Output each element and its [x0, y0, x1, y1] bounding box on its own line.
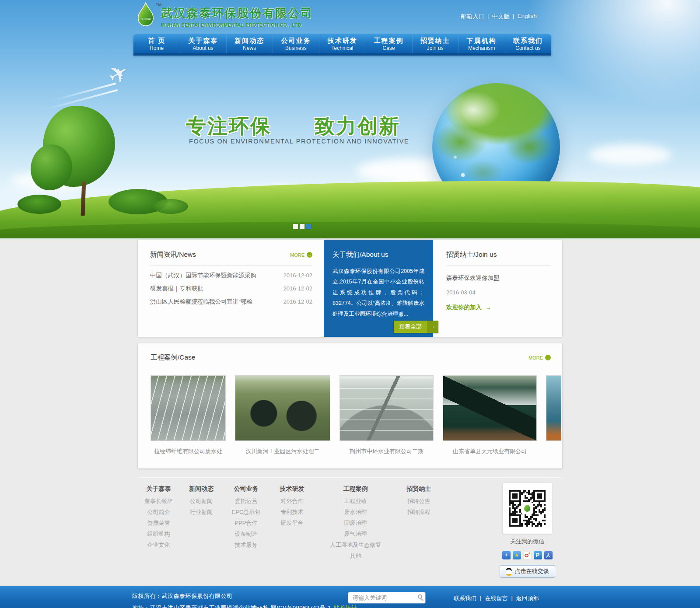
wechat-block: 关注我的微信 + ★ P 人 点击在线交谈 — [492, 483, 562, 578]
case-gallery: 拉经纬纤维有限公司废水处 汉川新河工业园区污水处理二 荆州市中环水业有限公司二期… — [150, 375, 562, 455]
case-photo[interactable] — [340, 375, 434, 441]
top-utility-links: 邮箱入口 | 中文版 | English — [461, 13, 537, 21]
bush — [18, 195, 61, 214]
banner-slogan: 专注环保 致力创新 — [186, 113, 400, 140]
logo-droplet-icon: SENTAI — [136, 2, 157, 28]
case-photo[interactable] — [235, 375, 330, 441]
divider — [446, 265, 551, 266]
qq-penguin-icon — [506, 568, 512, 575]
back-to-top-link[interactable]: 返回顶部 — [516, 594, 539, 602]
case-item-partial[interactable] — [546, 375, 561, 455]
wechat-qr-code — [503, 483, 552, 534]
company-name-cn: 武汉森泰环保股份有限公司 — [161, 5, 313, 21]
more-arrow-icon: → — [545, 355, 551, 360]
message-board-link[interactable]: 在线留言 — [485, 594, 508, 602]
top-sections-panel: 新闻资讯/News MORE → 中国（武汉）国际节能环保暨新能源采购 2016… — [138, 240, 562, 337]
chinese-version-link[interactable]: 中文版 — [492, 13, 510, 21]
share-icon[interactable]: + — [502, 551, 511, 559]
nav-join[interactable]: 招贤纳士 Join us — [412, 34, 458, 53]
join-section-title: 招贤纳士/Join us — [446, 250, 497, 259]
social-icons: + ★ P 人 — [492, 551, 562, 559]
case-item[interactable]: 荆州市中环水业有限公司二期 — [340, 375, 434, 455]
news-item[interactable]: 洪山区人民检察院莅临我公司宣讲“鄂检 2016-12-02 — [150, 295, 312, 308]
join-item-title[interactable]: 森泰环保欢迎你加盟 — [446, 274, 551, 282]
nav-home[interactable]: 首 页 Home — [133, 34, 180, 53]
company-name-en: WUHAN SENTAI ENVIRONMENTAL PROTECTION CO… — [161, 22, 313, 28]
case-item[interactable]: 山东省单县天元纸业有限公司 — [443, 375, 537, 455]
site-header: SENTAI TM 武汉森泰环保股份有限公司 WUHAN SENTAI ENVI… — [0, 0, 700, 34]
qr-center-logo — [522, 503, 533, 514]
view-all-button[interactable]: 查看全部 → — [394, 321, 438, 333]
separator: | — [480, 594, 481, 602]
address-text: 地址：武汉市洪山区青菱都市工业园银湖企业城55栋 鄂ICP备09063742号-… — [132, 604, 357, 608]
slider-dots — [293, 224, 311, 229]
footer-column-business: 公司业务 委托运营 EPC总承包 PPP合作 设备制造 技术服务 — [223, 483, 269, 578]
case-item[interactable]: 拉经纬纤维有限公司废水处 — [150, 375, 226, 455]
contact-us-link[interactable]: 联系我们 — [454, 594, 476, 602]
nav-business[interactable]: 公司业务 Business — [273, 34, 319, 53]
separator: | — [487, 13, 489, 21]
join-us-link[interactable]: 欢迎你的加入 → — [446, 304, 551, 311]
main-nav: 首 页 Home 关于森泰 About us 新闻动态 News 公司业务 Bu… — [133, 34, 551, 56]
svg-text:SENTAI: SENTAI — [141, 17, 151, 21]
case-section: 工程案例/Case MORE → 拉经纬纤维有限公司废水处 汉川新河工业园区污水… — [138, 343, 562, 468]
logo-droplet-icon — [524, 505, 530, 512]
case-photo[interactable] — [150, 375, 226, 441]
slider-dot-1[interactable] — [293, 224, 298, 229]
nav-mechanism[interactable]: 下属机构 Mechanism — [458, 34, 505, 53]
arrow-right-icon: → — [427, 321, 438, 333]
site-stats-link[interactable]: 站长统计 — [334, 605, 357, 608]
case-photo[interactable] — [546, 375, 561, 441]
separator: | — [511, 594, 512, 602]
case-section-title: 工程案例/Case — [150, 353, 196, 362]
footer-column-technical: 技术研发 对外合作 专利技术 研发平台 — [269, 483, 315, 578]
nav-about[interactable]: 关于森泰 About us — [180, 34, 226, 53]
news-section: 新闻资讯/News MORE → 中国（武汉）国际节能环保暨新能源采购 2016… — [138, 240, 324, 337]
pengyou-icon[interactable]: P — [534, 551, 542, 559]
slider-dot-3-active[interactable] — [306, 224, 311, 229]
grass-field-front — [0, 222, 700, 238]
about-section: 关于我们/About us 武汉森泰环保股份有限公司2005年成立,2015年7… — [324, 240, 433, 337]
copyright-text: 版权所有：武汉森泰环保股份有限公司 — [132, 592, 233, 600]
company-logo: SENTAI TM — [136, 2, 157, 30]
footer-column-news: 新闻动态 公司新闻 行业新闻 — [179, 483, 223, 578]
slider-dot-2[interactable] — [300, 224, 304, 229]
footer-column-about: 关于森泰 董事长致辞 公司简介 资质荣誉 组织机构 企业文化 — [138, 483, 179, 578]
online-chat-button[interactable]: 点击在线交谈 — [500, 565, 555, 578]
nav-technical[interactable]: 技术研发 Technical — [319, 34, 365, 53]
case-more-link[interactable]: MORE → — [528, 355, 551, 360]
join-section: 招贤纳士/Join us 森泰环保欢迎你加盟 2016-03-04 欢迎你的加入… — [433, 240, 562, 337]
case-photo[interactable] — [443, 375, 537, 441]
nav-contact[interactable]: 联系我们 Contact us — [505, 34, 551, 53]
weibo-icon[interactable] — [523, 551, 532, 559]
search-icon[interactable] — [418, 594, 422, 599]
more-arrow-icon: → — [307, 252, 312, 258]
nav-news[interactable]: 新闻动态 News — [226, 34, 273, 53]
renren-icon[interactable]: 人 — [544, 551, 553, 559]
cloud — [588, 144, 672, 165]
join-item-date: 2016-03-04 — [446, 289, 551, 296]
arrow-right-icon: → — [485, 304, 491, 311]
case-item[interactable]: 汉川新河工业园区污水处理二 — [235, 375, 330, 455]
wechat-caption: 关注我的微信 — [492, 538, 562, 545]
brand-block: 武汉森泰环保股份有限公司 WUHAN SENTAI ENVIRONMENTAL … — [161, 5, 313, 28]
footer: 关于森泰 董事长致辞 公司简介 资质荣誉 组织机构 企业文化 新闻动态 公司新闻… — [138, 477, 562, 578]
footer-column-join: 招贤纳士 招聘公告 招聘流程 — [396, 483, 442, 578]
news-item[interactable]: 研发喜报｜专利获批 2016-12-02 — [150, 282, 312, 295]
news-more-link[interactable]: MORE → — [290, 252, 312, 258]
news-item[interactable]: 中国（武汉）国际节能环保暨新能源采购 2016-12-02 — [150, 269, 312, 282]
about-text: 武汉森泰环保股份有限公司2005年成立,2015年7月在全国中小企业股份转让系统… — [332, 266, 424, 319]
qzone-icon[interactable]: ★ — [513, 551, 521, 559]
search-input[interactable] — [348, 592, 426, 604]
bottom-bar: 版权所有：武汉森泰环保股份有限公司 地址：武汉市洪山区青菱都市工业园银湖企业城5… — [0, 586, 700, 608]
english-version-link[interactable]: English — [518, 13, 537, 21]
bush — [153, 199, 188, 214]
mail-entry-link[interactable]: 邮箱入口 — [461, 13, 484, 21]
footer-column-case: 工程案例 工程业绩 废水治理 固废治理 废气治理 人工湿地及生态修复 其他 — [315, 483, 396, 578]
about-section-title: 关于我们/About us — [332, 250, 424, 259]
hero-banner: ✈ 专注环保 致力创新 FOCUS ON ENVIRONMENTAL PROTE… — [0, 0, 700, 238]
divider — [150, 265, 312, 266]
separator: | — [513, 13, 514, 21]
banner-slogan-en: FOCUS ON ENVIRONMENTAL PROTECTION AND IN… — [189, 138, 409, 145]
nav-case[interactable]: 工程案例 Case — [366, 34, 412, 53]
